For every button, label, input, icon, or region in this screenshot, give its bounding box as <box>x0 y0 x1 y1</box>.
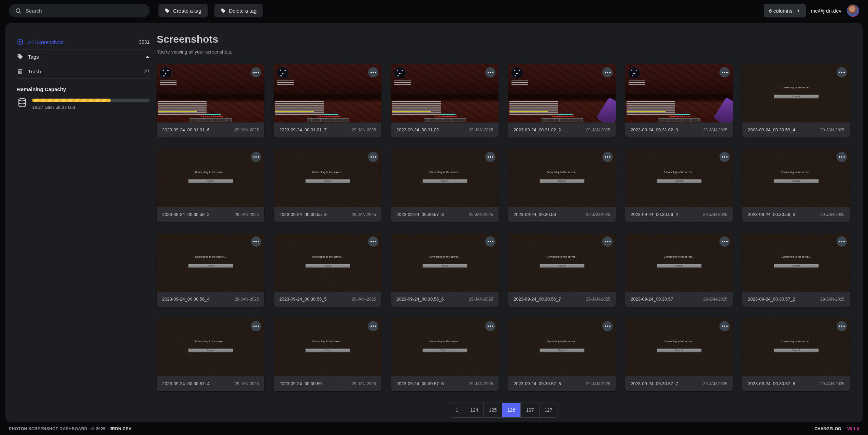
screenshot-thumbnail[interactable]: Connecting to the server... Cancel <box>742 64 850 122</box>
screenshot-thumbnail[interactable]: Connecting to the server... Cancel <box>625 318 733 376</box>
card-menu-button[interactable] <box>837 236 847 247</box>
sidebar-item-all-screenshots[interactable]: All Screenshots 3031 <box>17 35 150 49</box>
delete-tag-button[interactable]: Delete a tag <box>214 4 263 17</box>
ellipsis-icon <box>722 241 723 242</box>
screenshot-thumbnail[interactable]: Connecting to the server... Cancel <box>625 64 733 122</box>
screenshot-filename: 2023-09-24_00.30.56 <box>514 212 556 217</box>
screenshot-thumbnail[interactable]: Connecting to the server... Cancel <box>742 233 850 292</box>
user-avatar[interactable] <box>847 4 859 17</box>
screenshot-thumbnail[interactable]: Connecting to the server... Cancel <box>274 149 381 207</box>
chevron-up-icon[interactable] <box>145 56 150 58</box>
connecting-text: Connecting to the server... <box>742 256 850 258</box>
page-button-126-active[interactable]: 126 <box>502 403 520 417</box>
page-button-127[interactable]: 127 <box>539 403 558 417</box>
card-menu-button[interactable] <box>251 152 261 162</box>
card-menu-button[interactable] <box>368 236 378 247</box>
chat-overlay-graphic <box>627 101 675 115</box>
card-menu-button[interactable] <box>602 321 613 331</box>
screenshot-thumbnail[interactable]: Connecting to the server... Cancel <box>625 233 733 292</box>
screenshot-thumbnail[interactable]: Connecting to the server... Cancel <box>391 64 499 122</box>
card-menu-button[interactable] <box>837 152 847 162</box>
card-menu-button[interactable] <box>602 152 613 162</box>
screenshot-card: Connecting to the server... Cancel 2023-… <box>157 233 264 307</box>
card-menu-button[interactable] <box>602 67 613 77</box>
card-menu-button[interactable] <box>485 321 495 331</box>
screenshot-thumbnail[interactable]: Connecting to the server... Cancel <box>742 318 850 376</box>
screenshot-thumbnail[interactable]: Connecting to the server... Cancel <box>508 64 616 122</box>
capacity-section: 19.27 GiB / 58.37 GiB <box>17 98 150 110</box>
screenshot-thumbnail[interactable]: Connecting to the server... Cancel <box>157 233 264 292</box>
cancel-label: Cancel <box>675 349 683 351</box>
screenshot-thumbnail[interactable]: Connecting to the server... Cancel <box>742 149 850 207</box>
card-meta: 2023-09-24_00.30.56 29-JAN-2025 <box>508 207 616 222</box>
screenshot-thumbnail[interactable]: Connecting to the server... Cancel <box>391 149 499 207</box>
columns-select[interactable]: 6 columns ▼ <box>764 4 805 17</box>
screenshot-thumbnail[interactable]: Connecting to the server... Cancel <box>391 318 499 376</box>
card-menu-button[interactable] <box>719 152 730 162</box>
card-menu-button[interactable] <box>719 236 730 247</box>
screenshot-thumbnail[interactable]: Connecting to the server... Cancel <box>625 149 733 207</box>
card-menu-button[interactable] <box>485 152 495 162</box>
card-menu-button[interactable] <box>368 67 378 77</box>
connecting-screen-graphic: Connecting to the server... Cancel <box>625 318 733 376</box>
screenshot-thumbnail[interactable]: Connecting to the server... Cancel <box>274 233 381 292</box>
screenshot-card: Connecting to the server... Cancel 2023-… <box>508 318 616 391</box>
cancel-button-graphic: Cancel <box>657 348 702 352</box>
changelog-link[interactable]: CHANGELOG <box>814 426 841 431</box>
card-menu-button[interactable] <box>602 236 613 247</box>
card-menu-button[interactable] <box>368 152 378 162</box>
top-bar: Create a tag Delete a tag 6 columns ▼ me… <box>0 0 868 21</box>
screenshot-date: 29-JAN-2025 <box>703 212 727 217</box>
screenshot-date: 29-JAN-2025 <box>469 297 493 302</box>
screenshot-date: 29-JAN-2025 <box>235 212 259 217</box>
delete-tag-label: Delete a tag <box>229 8 257 14</box>
main-panel: All Screenshots 3031 Tags Trash 27 Remai… <box>5 23 863 422</box>
screenshot-thumbnail[interactable]: Connecting to the server... Cancel <box>508 318 616 376</box>
connecting-text: Connecting to the server... <box>157 256 264 258</box>
card-menu-button[interactable] <box>368 321 378 331</box>
screenshot-card: Connecting to the server... Cancel 2023-… <box>508 149 616 222</box>
screenshot-card: Connecting to the server... Cancel 2023-… <box>391 318 499 391</box>
card-menu-button[interactable] <box>251 236 261 247</box>
screenshot-thumbnail[interactable]: Connecting to the server... Cancel <box>157 149 264 207</box>
cancel-button-graphic: Cancel <box>422 264 467 268</box>
screenshot-thumbnail[interactable]: Connecting to the server... Cancel <box>274 64 381 122</box>
cancel-button-graphic: Cancel <box>774 179 819 183</box>
screenshot-date: 29-JAN-2025 <box>586 381 610 386</box>
card-menu-button[interactable] <box>251 321 261 331</box>
screenshot-thumbnail[interactable]: Connecting to the server... Cancel <box>508 149 616 207</box>
page-button-124[interactable]: 124 <box>465 403 483 417</box>
screenshot-thumbnail[interactable]: Connecting to the server... Cancel <box>391 233 499 292</box>
sidebar-item-tags[interactable]: Tags <box>17 49 150 64</box>
card-meta: 2023-09-24_00.31.02 29-JAN-2025 <box>391 122 499 137</box>
card-menu-button[interactable] <box>719 321 730 331</box>
connecting-screen-graphic: Connecting to the server... Cancel <box>508 233 616 292</box>
connecting-text: Connecting to the server... <box>742 340 850 343</box>
card-menu-button[interactable] <box>485 236 495 247</box>
image-icon <box>17 39 23 45</box>
screenshot-thumbnail[interactable]: Connecting to the server... Cancel <box>274 318 381 376</box>
card-menu-button[interactable] <box>837 321 847 331</box>
card-menu-button[interactable] <box>837 67 847 77</box>
page-button-127[interactable]: 127 <box>520 403 539 417</box>
page-button-1[interactable]: 1 <box>449 403 465 417</box>
screenshot-thumbnail[interactable]: Connecting to the server... Cancel <box>508 233 616 292</box>
card-menu-button[interactable] <box>719 67 730 77</box>
sidebar-item-trash[interactable]: Trash 27 <box>17 64 150 78</box>
card-menu-button[interactable] <box>485 67 495 77</box>
screenshot-thumbnail[interactable]: Connecting to the server... Cancel <box>157 64 264 122</box>
search-bar[interactable] <box>9 4 150 17</box>
screenshot-thumbnail[interactable]: Connecting to the server... Cancel <box>157 318 264 376</box>
cancel-button-graphic: Cancel <box>188 348 233 352</box>
healthbar-graphic <box>318 116 340 117</box>
item-name-text-graphic <box>323 114 338 115</box>
search-input[interactable] <box>26 8 143 14</box>
ellipsis-icon <box>488 325 489 327</box>
card-menu-button[interactable] <box>251 67 261 77</box>
connecting-text: Connecting to the server... <box>625 340 733 343</box>
ellipsis-icon <box>839 72 840 73</box>
create-tag-button[interactable]: Create a tag <box>158 4 208 17</box>
screenshot-filename: 2023-09-24_00.30.56_5 <box>279 296 327 302</box>
page-button-125[interactable]: 125 <box>483 403 502 417</box>
footer-site-link[interactable]: JRDN.DEV <box>110 426 131 431</box>
